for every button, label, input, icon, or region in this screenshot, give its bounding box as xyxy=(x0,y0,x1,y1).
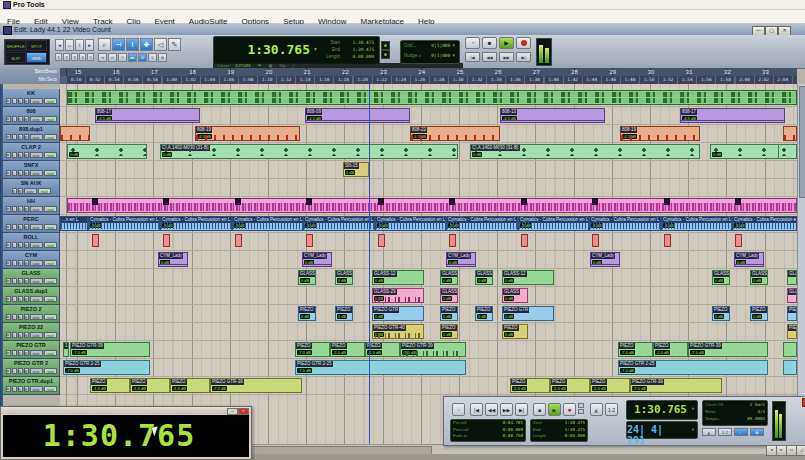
transport-return-to-zero-button[interactable]: |◀ xyxy=(470,403,483,416)
clip-piezo[interactable]: PIEZO-2.0 dB xyxy=(653,342,688,357)
clip-cymatics-cobra-percussion-en-l[interactable]: Cymatics - Cobra Percussion en L-4 dB xyxy=(375,216,446,231)
clip-piezo-gtr-39[interactable]: PIEZO GTR-39-7.0 dB xyxy=(70,342,150,357)
automation-mode-read[interactable]: read xyxy=(44,206,57,212)
clip-glass-29[interactable]: GLASS-290 dB xyxy=(372,288,424,303)
solo-button[interactable]: S xyxy=(18,170,23,176)
clip-glass-12[interactable]: GLASS-120 dB xyxy=(502,270,554,285)
transport-length-value[interactable]: 0:00.000 xyxy=(565,433,585,440)
clip-piezo-gtr[interactable]: PIEZO GTR0 dB xyxy=(372,306,424,321)
clip-cymatics-cobra-percussion-en-l[interactable]: Cymatics - Cobra Percussion en L-4 dB xyxy=(303,216,375,231)
transport-main-counter-value[interactable]: 1:30.765 xyxy=(634,403,687,416)
track-name[interactable]: PIEZO 22 xyxy=(3,323,59,331)
mute-button[interactable]: M xyxy=(24,386,29,392)
input-monitor-button[interactable]: I xyxy=(12,386,17,392)
solo-button[interactable]: S xyxy=(18,278,23,284)
clip[interactable] xyxy=(783,126,797,141)
record-enable-button[interactable] xyxy=(6,332,11,338)
clip-glass[interactable]: GLASS0 dB xyxy=(440,270,458,285)
solo-button[interactable]: S xyxy=(18,314,23,320)
track-header-kk[interactable]: KKISMautoread xyxy=(3,89,60,107)
automation-button[interactable]: auto xyxy=(30,98,43,104)
mute-button[interactable]: M xyxy=(24,224,29,230)
automation-button[interactable]: auto xyxy=(30,332,43,338)
clip[interactable] xyxy=(592,234,599,247)
metronome-button[interactable]: ◭ xyxy=(590,403,603,416)
clip-piezo-gtr-39[interactable]: PIEZO GTR-39-7.0 dB xyxy=(688,342,768,357)
countoff-toggle-icon[interactable]: 1·2 xyxy=(718,428,732,436)
clip[interactable] xyxy=(778,144,797,159)
fadein-value[interactable]: 0:08.758 xyxy=(503,433,523,440)
clip-piezo-gtr-2-25[interactable]: PIEZO GTR 2-25-7.0 dB xyxy=(618,360,768,375)
solo-button[interactable]: S xyxy=(18,116,23,122)
track-name[interactable]: 808.dup1 xyxy=(3,125,59,133)
track-lane-piezo-2[interactable] xyxy=(60,305,797,323)
record-enable-button[interactable] xyxy=(6,296,11,302)
clip-glass[interactable]: GLASS0 dB xyxy=(750,270,768,285)
track-header-piezo-22[interactable]: PIEZO 22ISMautoread xyxy=(3,323,60,341)
mute-button[interactable]: M xyxy=(24,98,29,104)
clip-808-13[interactable]: 808-13-4.5 dB xyxy=(500,108,605,123)
transport-record-button[interactable]: ● xyxy=(563,403,576,416)
input-monitor-button[interactable]: I xyxy=(12,206,17,212)
clip-glass[interactable]: GLASS xyxy=(787,288,797,303)
track-header-piezo-gtr-2[interactable]: PIEZO GTR 2ISMautoread xyxy=(3,359,60,377)
track-name[interactable]: PIEZO GTR.dup1 xyxy=(3,377,59,385)
record-enable-button[interactable] xyxy=(6,314,11,320)
record-enable-button[interactable] xyxy=(6,152,11,158)
track-lane-roll[interactable] xyxy=(60,233,797,251)
automation-button[interactable]: auto xyxy=(24,188,37,194)
clip-cym-lady[interactable]: CYM_Lady0 dB xyxy=(302,252,332,267)
clip-piezo[interactable]: PIEZO-1.6 dB xyxy=(590,378,630,393)
clip-cymatics-cobra-percussion-en-l[interactable]: Cymatics - Cobra Percussion en L-4 dB xyxy=(160,216,232,231)
clip-piezo[interactable]: PIEZO-1.6 dB xyxy=(90,378,130,393)
clip[interactable] xyxy=(67,198,797,213)
clip--n-en-l[interactable]: ...n en L xyxy=(60,216,88,231)
solo-button[interactable]: S xyxy=(18,350,23,356)
conductor-toggle-icon[interactable]: ♩ xyxy=(734,428,748,436)
clip[interactable]: 0 dB xyxy=(67,144,147,159)
track-name[interactable]: SN AUX xyxy=(3,179,59,187)
clip-glass[interactable]: GLASS xyxy=(787,270,797,285)
clip-piezo-gtr[interactable]: PIEZO GTR0 dB xyxy=(502,306,554,321)
solo-button[interactable]: S xyxy=(18,332,23,338)
clip[interactable] xyxy=(378,234,385,247)
clip[interactable] xyxy=(449,234,456,247)
solo-button[interactable]: S xyxy=(18,152,23,158)
clip-piezo-gtr-39[interactable]: PIEZO GTR-39-7.0 dB xyxy=(630,378,722,393)
clip[interactable] xyxy=(163,234,170,247)
automation-mode-read[interactable]: read xyxy=(44,368,57,374)
clip[interactable] xyxy=(235,234,242,247)
input-monitor-button[interactable]: I xyxy=(12,278,17,284)
clip-piezo[interactable]: PIEZO-2.0 dB xyxy=(330,342,365,357)
big-counter-close-button[interactable]: ✕ xyxy=(238,408,249,415)
input-monitor-button[interactable]: I xyxy=(12,170,17,176)
mute-button[interactable]: M xyxy=(24,368,29,374)
track-header-glass[interactable]: GLASSISMautoread xyxy=(3,269,60,287)
automation-mode-read[interactable]: read xyxy=(38,188,51,194)
track-name[interactable]: KK xyxy=(3,89,59,97)
mute-button[interactable]: M xyxy=(24,242,29,248)
transport-stop-button[interactable]: ■ xyxy=(533,403,546,416)
solo-button[interactable]: S xyxy=(18,368,23,374)
transport-main-counter[interactable]: 1:30.765 ▼ xyxy=(626,400,698,420)
automation-mode-read[interactable]: read xyxy=(44,116,57,122)
clip-glass[interactable]: GLASS0 dB xyxy=(502,288,528,303)
clip-piezo[interactable]: PIEZO-1.6 dB xyxy=(170,378,210,393)
transport-rewind-button[interactable]: ◀◀ xyxy=(485,403,498,416)
record-enable-button[interactable] xyxy=(6,386,11,392)
transport-expand-grip[interactable] xyxy=(578,403,584,416)
track-name[interactable]: CYM xyxy=(3,251,59,259)
clip[interactable]: 4 dB xyxy=(664,198,670,205)
clip-sn-15[interactable]: SN-150 dB xyxy=(343,162,369,177)
big-counter-window[interactable]: — ✕ 1:30.765 xyxy=(0,406,252,460)
clip-808-19[interactable]: 808-19-4.5 dB xyxy=(620,126,700,141)
automation-mode-read[interactable]: read xyxy=(44,134,57,140)
transport-online-button[interactable]: ◔ xyxy=(452,403,465,416)
track-lane-snfx[interactable] xyxy=(60,161,797,179)
big-counter-titlebar[interactable]: — ✕ xyxy=(1,407,251,414)
clip-1[interactable]: 1 xyxy=(63,342,69,357)
input-monitor-button[interactable]: I xyxy=(12,260,17,266)
solo-button[interactable]: S xyxy=(18,296,23,302)
mute-button[interactable]: M xyxy=(24,332,29,338)
automation-button[interactable]: auto xyxy=(30,170,43,176)
